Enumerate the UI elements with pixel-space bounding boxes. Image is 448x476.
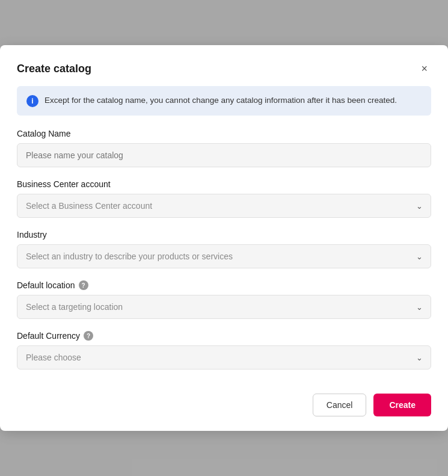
industry-label: Industry bbox=[17, 230, 431, 240]
close-button[interactable]: × bbox=[417, 62, 431, 75]
default-location-group: Default location ? Select a targeting lo… bbox=[17, 280, 431, 319]
business-center-select[interactable]: Select a Business Center account bbox=[17, 194, 431, 218]
catalog-name-label: Catalog Name bbox=[17, 129, 431, 138]
default-currency-group: Default Currency ? Please choose ⌄ bbox=[17, 331, 431, 369]
default-location-help-icon[interactable]: ? bbox=[79, 280, 88, 290]
catalog-name-input[interactable] bbox=[17, 143, 431, 167]
cancel-button[interactable]: Cancel bbox=[313, 394, 367, 416]
industry-group: Industry Select an industry to describe … bbox=[17, 230, 431, 268]
business-center-group: Business Center account Select a Busines… bbox=[17, 179, 431, 218]
create-catalog-modal: Create catalog × i Except for the catalo… bbox=[0, 45, 448, 431]
industry-select[interactable]: Select an industry to describe your prod… bbox=[17, 244, 431, 268]
business-center-select-wrapper: Select a Business Center account ⌄ bbox=[17, 194, 431, 218]
default-currency-help-icon[interactable]: ? bbox=[84, 331, 93, 341]
create-button[interactable]: Create bbox=[373, 394, 431, 416]
info-icon-letter: i bbox=[31, 97, 33, 105]
default-currency-select[interactable]: Please choose bbox=[17, 345, 431, 369]
info-icon: i bbox=[26, 95, 38, 107]
industry-select-wrapper: Select an industry to describe your prod… bbox=[17, 244, 431, 268]
modal-title: Create catalog bbox=[17, 63, 91, 75]
default-currency-select-wrapper: Please choose ⌄ bbox=[17, 345, 431, 369]
catalog-name-group: Catalog Name bbox=[17, 129, 431, 167]
default-location-label: Default location ? bbox=[17, 280, 431, 290]
info-banner: i Except for the catalog name, you canno… bbox=[17, 86, 431, 116]
default-location-select-wrapper: Select a targeting location ⌄ bbox=[17, 295, 431, 319]
info-banner-text: Except for the catalog name, you cannot … bbox=[44, 94, 397, 107]
default-currency-label: Default Currency ? bbox=[17, 331, 431, 341]
default-location-select[interactable]: Select a targeting location bbox=[17, 295, 431, 319]
business-center-label: Business Center account bbox=[17, 179, 431, 189]
modal-footer: Cancel Create bbox=[17, 384, 431, 416]
modal-header: Create catalog × bbox=[17, 62, 431, 75]
modal-backdrop: Create catalog × i Except for the catalo… bbox=[0, 0, 448, 476]
